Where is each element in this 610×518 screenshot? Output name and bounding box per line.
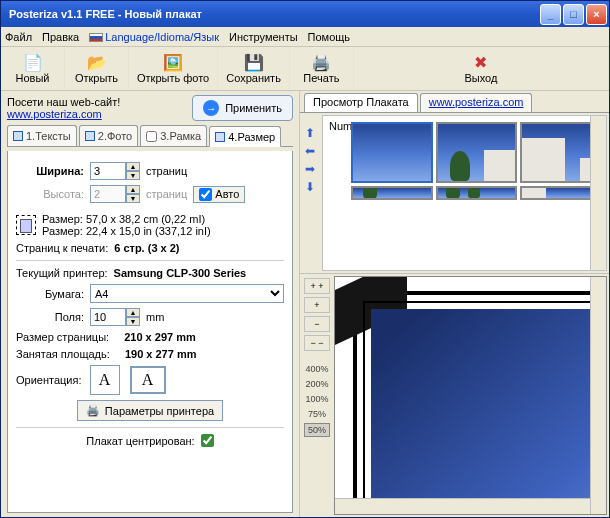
height-spinner: ▲▼ (90, 185, 140, 203)
paper-label: Бумага: (16, 288, 84, 300)
left-tabs: 1.Тексты 2.Фото 3.Рамка 4.Размер (7, 125, 293, 147)
posteriza-link[interactable]: www.posteriza.com (7, 108, 102, 120)
auto-check[interactable] (199, 188, 212, 201)
zoom-in-top[interactable]: + + (304, 278, 330, 294)
margin-spinner[interactable]: ▲▼ (90, 308, 140, 326)
dimension-icon (16, 215, 36, 235)
new-icon: 📄 (23, 54, 43, 72)
num-label: Num (329, 120, 352, 132)
titlebar: Posteriza v1.1 FREE - Новый плакат _ □ × (1, 1, 609, 27)
menu-file[interactable]: Файл (5, 31, 32, 43)
nav-up-icon[interactable]: ⬆ (302, 125, 318, 141)
page-thumb-2[interactable] (436, 122, 518, 183)
menubar: Файл Правка Language/Idioma/Язык Инструм… (1, 27, 609, 47)
zoom-out[interactable]: − (304, 316, 330, 332)
margin-up[interactable]: ▲ (126, 308, 140, 317)
menu-help[interactable]: Помощь (308, 31, 351, 43)
printer-icon: 🖨️ (86, 404, 100, 417)
orient-landscape[interactable]: A (130, 366, 166, 394)
preview-scroll-v[interactable] (590, 277, 606, 514)
width-unit: страниц (146, 165, 187, 177)
margin-down[interactable]: ▼ (126, 317, 140, 326)
pages-label: Страниц к печати: (16, 242, 108, 254)
photo-icon (85, 131, 95, 141)
tab-texts[interactable]: 1.Тексты (7, 125, 77, 146)
frame-check[interactable] (146, 131, 157, 142)
openphoto-icon: 🖼️ (163, 54, 183, 72)
paper-select[interactable]: A4 (90, 284, 284, 303)
save-icon: 💾 (244, 54, 264, 72)
tab-photo[interactable]: 2.Фото (79, 125, 138, 146)
height-label: Высота: (16, 188, 84, 200)
tool-save[interactable]: 💾Сохранить (218, 47, 290, 90)
page-thumb-4[interactable] (351, 186, 433, 200)
size-cm: Размер: 57,0 x 38,2 cm (0,22 mI) (42, 213, 284, 225)
used-label: Занятая площадь: (16, 348, 110, 360)
tab-preview[interactable]: Просмотр Плаката (304, 93, 418, 112)
menu-language[interactable]: Language/Idioma/Язык (89, 31, 219, 43)
tool-openphoto[interactable]: 🖼️Открыть фото (129, 47, 218, 90)
size-in: Размер: 22,4 x 15,0 in (337,12 inI) (42, 225, 284, 237)
orient-label: Ориентация: (16, 374, 82, 386)
centered-label: Плакат центрирован: (86, 435, 194, 447)
tool-print[interactable]: 🖨️Печать (290, 47, 354, 90)
zoom-in[interactable]: + (304, 297, 330, 313)
tab-frame[interactable]: 3.Рамка (140, 125, 207, 146)
width-input[interactable] (90, 162, 126, 180)
printer-label: Текущий принтер: (16, 267, 108, 279)
pages-value: 6 стр. (3 x 2) (114, 242, 179, 254)
window-title: Posteriza v1.1 FREE - Новый плакат (5, 8, 540, 20)
used-value: 190 x 277 mm (125, 348, 197, 360)
margin-input[interactable] (90, 308, 126, 326)
centered-check[interactable] (201, 434, 214, 447)
maximize-button[interactable]: □ (563, 4, 584, 25)
nav-right-icon[interactable]: ➡ (302, 161, 318, 177)
tool-new[interactable]: 📄Новый (1, 47, 65, 90)
apply-icon: → (203, 100, 219, 116)
pagesize-value: 210 x 297 mm (124, 331, 196, 343)
menu-edit[interactable]: Правка (42, 31, 79, 43)
zoom-100[interactable]: 100% (305, 393, 328, 405)
printer-value: Samsung CLP-300 Series (114, 267, 247, 279)
thumbnail-grid: Num (322, 115, 607, 271)
height-input (90, 185, 126, 203)
nav-left-icon[interactable]: ⬅ (302, 143, 318, 159)
close-button[interactable]: × (586, 4, 607, 25)
zoom-200[interactable]: 200% (305, 378, 328, 390)
page-thumb-5[interactable] (436, 186, 518, 200)
exit-icon: ✖ (474, 54, 487, 72)
open-icon: 📂 (87, 54, 107, 72)
menu-tools[interactable]: Инструменты (229, 31, 298, 43)
printer-params-button[interactable]: 🖨️Параметры принтера (77, 400, 223, 421)
margin-unit: mm (146, 311, 164, 323)
orient-portrait[interactable]: A (90, 365, 120, 395)
tab-posteriza-url[interactable]: www.posteriza.com (420, 93, 533, 112)
thumb-scroll-v[interactable] (590, 116, 606, 270)
page-preview (334, 276, 607, 515)
visit-label: Посети наш web-сайт! (7, 96, 188, 108)
tool-open[interactable]: 📂Открыть (65, 47, 129, 90)
toolbar: 📄Новый 📂Открыть 🖼️Открыть фото 💾Сохранит… (1, 47, 609, 91)
tab-size[interactable]: 4.Размер (209, 126, 281, 147)
zoom-50[interactable]: 50% (304, 423, 330, 437)
flag-icon (89, 33, 103, 42)
zoom-400[interactable]: 400% (305, 363, 328, 375)
zoom-out-bottom[interactable]: − − (304, 335, 330, 351)
height-unit: страниц (146, 188, 187, 200)
print-icon: 🖨️ (311, 54, 331, 72)
page-thumb-1[interactable] (351, 122, 433, 183)
preview-scroll-h[interactable] (335, 498, 590, 514)
minimize-button[interactable]: _ (540, 4, 561, 25)
width-label: Ширина: (16, 165, 84, 177)
texts-icon (13, 131, 23, 141)
auto-button[interactable]: Авто (193, 186, 245, 203)
width-spinner[interactable]: ▲▼ (90, 162, 140, 180)
tool-exit[interactable]: ✖Выход (354, 47, 609, 90)
margin-label: Поля: (16, 311, 84, 323)
zoom-75[interactable]: 75% (308, 408, 326, 420)
size-icon (215, 132, 225, 142)
apply-button[interactable]: → Применить (192, 95, 293, 121)
width-up[interactable]: ▲ (126, 162, 140, 171)
width-down[interactable]: ▼ (126, 171, 140, 180)
nav-down-icon[interactable]: ⬇ (302, 179, 318, 195)
